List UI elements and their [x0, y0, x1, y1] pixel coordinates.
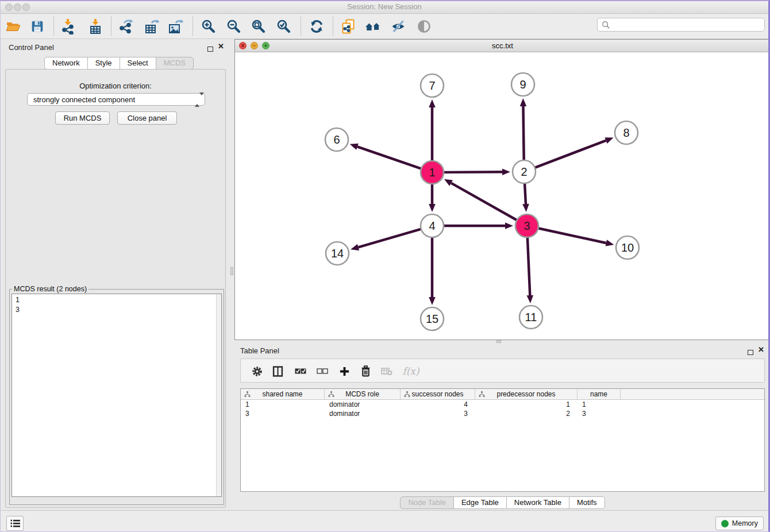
import-table-button[interactable]: [87, 18, 104, 35]
graph-edge-arrowhead-2-9: [520, 98, 527, 106]
app-titlebar: Session: New Session: [1, 1, 768, 14]
import-network-button[interactable]: [59, 18, 76, 35]
table-row[interactable]: 3dominator323: [241, 409, 764, 418]
table-toolbar: f(x): [240, 358, 765, 383]
graph-edge-2-9[interactable]: [523, 106, 524, 160]
export-table-button[interactable]: [143, 18, 160, 35]
graph-edge-1-2[interactable]: [444, 172, 502, 172]
column-header-shared-name[interactable]: shared name: [241, 389, 325, 399]
vertical-splitter-handle[interactable]: [230, 267, 233, 275]
network-canvas-svg[interactable]: 7968124314101511: [235, 52, 770, 340]
first-neighbors-button[interactable]: [364, 18, 382, 35]
toolbar-separator: [111, 17, 111, 36]
apply-layout-button[interactable]: [308, 18, 325, 35]
network-window-titlebar[interactable]: × − + scc.txt: [235, 40, 770, 52]
search-input[interactable]: [613, 21, 757, 29]
open-session-button[interactable]: [5, 18, 22, 35]
window-maximize-button[interactable]: +: [262, 42, 270, 49]
toggle-panel-button[interactable]: [270, 364, 285, 378]
delete-columns-button[interactable]: [358, 364, 373, 378]
close-panel-button[interactable]: Close panel: [117, 111, 177, 125]
show-all-columns-button[interactable]: [293, 364, 308, 378]
table-options-button[interactable]: [249, 364, 264, 378]
cell-predecessor-nodes[interactable]: 2: [475, 409, 578, 418]
show-graphics-details-button[interactable]: [415, 18, 433, 35]
export-table-icon: [144, 18, 160, 34]
column-header-MCDS-role[interactable]: MCDS role: [325, 389, 401, 399]
float-panel-icon[interactable]: [207, 44, 213, 54]
cell-MCDS-role[interactable]: dominator: [325, 400, 401, 409]
table-panel-title: Table Panel: [240, 346, 279, 355]
zoom-in-button[interactable]: [200, 18, 217, 35]
horizontal-splitter-handle[interactable]: [496, 340, 501, 343]
cell-name[interactable]: 1: [578, 400, 621, 409]
window-minimize-circle[interactable]: [14, 3, 21, 11]
cell-MCDS-role[interactable]: dominator: [325, 409, 401, 418]
delete-table-icon: [381, 367, 392, 376]
graph-edge-4-14[interactable]: [358, 229, 421, 248]
export-network-button[interactable]: [118, 18, 135, 35]
column-attribute-icon: [328, 391, 334, 398]
cell-successor-nodes[interactable]: 3: [401, 409, 475, 418]
tab-motifs[interactable]: Motifs: [569, 496, 605, 509]
cell-shared-name[interactable]: 1: [241, 400, 325, 409]
delete-table-button[interactable]: [379, 364, 394, 378]
cell-name[interactable]: 3: [578, 409, 621, 418]
window-zoom-circle[interactable]: [22, 3, 30, 11]
column-attribute-icon: [244, 391, 251, 398]
save-session-button[interactable]: [29, 18, 46, 35]
column-header-name[interactable]: name: [578, 389, 621, 399]
window-close-button[interactable]: ×: [239, 42, 247, 49]
table-row[interactable]: 1dominator411: [241, 400, 764, 409]
mcds-result-area[interactable]: 1 3: [11, 294, 222, 497]
search-box[interactable]: [597, 18, 765, 32]
panel-selector-button[interactable]: [6, 516, 24, 531]
graph-node-label-1: 1: [429, 166, 435, 179]
control-panel-title: Control Panel: [9, 43, 54, 52]
window-close-circle[interactable]: [5, 3, 13, 11]
graph-edge-1-6[interactable]: [357, 147, 421, 168]
close-panel-icon[interactable]: ✕: [218, 44, 224, 49]
hide-all-columns-button[interactable]: [315, 364, 330, 378]
tab-style[interactable]: Style: [87, 57, 120, 70]
column-attribute-icon: [479, 391, 485, 398]
hide-graphics-details-button[interactable]: [390, 18, 407, 35]
tab-select[interactable]: Select: [120, 57, 156, 70]
graph-edge-2-3[interactable]: [525, 183, 526, 204]
cell-predecessor-nodes[interactable]: 1: [475, 400, 578, 409]
function-builder-button[interactable]: f(x): [401, 364, 421, 378]
graph-node-label-10: 10: [621, 241, 634, 254]
zoom-selected-button[interactable]: [275, 18, 292, 35]
cell-successor-nodes[interactable]: 4: [401, 400, 475, 409]
run-mcds-button[interactable]: Run MCDS: [55, 111, 110, 125]
duplicate-network-button[interactable]: [340, 18, 357, 35]
toolbar-separator: [333, 17, 333, 36]
cell-shared-name[interactable]: 3: [241, 409, 325, 418]
tab-edge-table[interactable]: Edge Table: [453, 496, 507, 509]
graph-edge-3-10[interactable]: [538, 228, 606, 243]
zoom-fit-icon: [251, 18, 267, 34]
zoom-fit-button[interactable]: [250, 18, 267, 35]
tab-mcds[interactable]: MCDS: [156, 57, 194, 70]
create-column-button[interactable]: [337, 364, 352, 378]
graph-edge-arrowhead-4-3: [505, 222, 513, 229]
table-close-panel-icon[interactable]: ✕: [758, 347, 764, 353]
mcds-result-scrollbar[interactable]: [216, 294, 221, 496]
column-header-successor-nodes[interactable]: successor nodes: [401, 389, 475, 399]
table-float-panel-icon[interactable]: [748, 347, 753, 357]
criterion-select[interactable]: strongly connected component: [27, 93, 205, 106]
zoom-out-button[interactable]: [225, 18, 242, 35]
graph-node-label-7: 7: [429, 79, 435, 92]
window-minimize-button[interactable]: −: [251, 42, 258, 49]
graph-edge-3-1[interactable]: [451, 183, 517, 221]
zoom-selected-icon: [276, 18, 292, 34]
graph-edge-3-11[interactable]: [528, 237, 530, 295]
export-image-button[interactable]: [167, 18, 184, 35]
tab-network[interactable]: Network: [44, 57, 88, 70]
column-header-predecessor-nodes[interactable]: predecessor nodes: [475, 389, 578, 399]
memory-button[interactable]: Memory: [715, 516, 764, 530]
tab-node-table[interactable]: Node Table: [400, 496, 454, 509]
gear-icon: [252, 366, 263, 377]
tab-network-table[interactable]: Network Table: [506, 496, 569, 509]
graph-edge-2-8[interactable]: [535, 141, 606, 168]
